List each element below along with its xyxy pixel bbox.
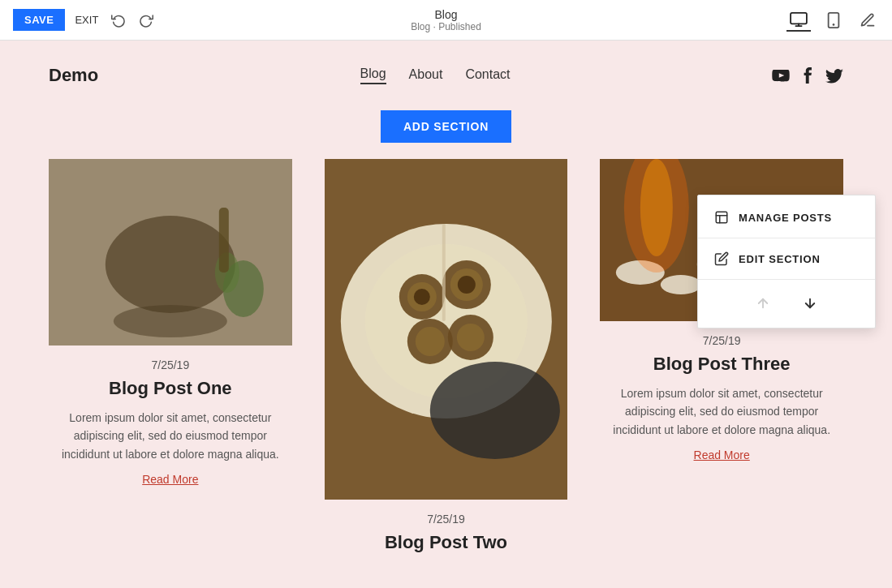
edit-section-label: EDIT SECTION <box>739 253 821 265</box>
save-button[interactable]: SAVE <box>13 9 65 31</box>
post-1-read-more[interactable]: Read More <box>142 473 198 486</box>
page-content: Demo Blog About Contact <box>0 41 892 588</box>
toolbar-right <box>786 9 879 32</box>
edit-section-icon <box>714 251 729 266</box>
manage-posts-label: MANAGE POSTS <box>739 212 832 224</box>
add-section-button[interactable]: ADD SECTION <box>381 110 511 143</box>
svg-point-36 <box>661 275 701 294</box>
manage-posts-item[interactable]: MANAGE POSTS <box>698 200 875 234</box>
nav-contact[interactable]: Contact <box>465 67 510 84</box>
post-3-date: 7/25/19 <box>703 334 741 347</box>
svg-point-24 <box>456 324 484 351</box>
svg-point-25 <box>429 362 559 459</box>
svg-rect-11 <box>219 208 229 273</box>
tablet-view-button[interactable] <box>824 9 843 32</box>
post-1-image <box>49 159 292 346</box>
post-2-date: 7/25/19 <box>427 513 465 526</box>
edit-section-item[interactable]: EDIT SECTION <box>698 242 875 276</box>
page-title: Blog <box>411 8 481 21</box>
move-up-button[interactable] <box>749 291 777 315</box>
toolbar-left: SAVE EXIT <box>13 9 157 31</box>
undo-redo-group <box>108 10 157 31</box>
post-1-excerpt: Lorem ipsum dolor sit amet, consectetur … <box>49 409 292 463</box>
facebook-icon[interactable] <box>803 67 812 84</box>
redo-button[interactable] <box>136 10 157 31</box>
context-menu: MANAGE POSTS EDIT SECTION <box>697 195 876 328</box>
site-logo: Demo <box>49 65 98 86</box>
post-3-title: Blog Post Three <box>653 354 791 375</box>
svg-point-10 <box>114 305 227 337</box>
svg-rect-26 <box>442 224 445 321</box>
reorder-arrows <box>698 283 875 323</box>
menu-divider-1 <box>698 238 875 238</box>
post-2-title: Blog Post Two <box>385 532 507 553</box>
site-social <box>772 67 843 84</box>
svg-rect-40 <box>716 212 727 223</box>
site-header: Demo Blog About Contact <box>0 41 892 102</box>
twitter-icon[interactable] <box>825 67 843 84</box>
blog-post-1: 7/25/19 Blog Post One Lorem ipsum dolor … <box>32 159 308 587</box>
toolbar-center: Blog Blog · Published <box>411 8 481 32</box>
youtube-icon[interactable] <box>772 67 790 84</box>
page-subtitle: Blog · Published <box>411 21 481 32</box>
toolbar: SAVE EXIT Blog Blog · Published <box>0 0 892 41</box>
desktop-view-button[interactable] <box>786 9 811 32</box>
svg-point-6 <box>106 216 235 313</box>
svg-point-22 <box>415 327 444 356</box>
exit-button[interactable]: EXIT <box>75 14 98 26</box>
post-1-title: Blog Post One <box>109 378 232 399</box>
post-2-image <box>325 159 568 500</box>
move-down-button[interactable] <box>796 291 824 315</box>
nav-blog[interactable]: Blog <box>360 67 386 84</box>
svg-rect-0 <box>791 12 807 24</box>
menu-divider-2 <box>698 279 875 280</box>
nav-about[interactable]: About <box>409 67 443 84</box>
svg-point-39 <box>640 159 673 256</box>
post-3-excerpt: Lorem ipsum dolor sit amet, consectetur … <box>600 384 843 439</box>
manage-posts-icon <box>714 210 729 225</box>
undo-button[interactable] <box>108 10 129 31</box>
site-nav: Blog About Contact <box>360 67 511 84</box>
svg-point-20 <box>457 276 475 294</box>
add-section-container: ADD SECTION <box>0 102 892 159</box>
svg-point-17 <box>413 289 429 305</box>
edit-mode-button[interactable] <box>856 9 879 32</box>
post-3-read-more[interactable]: Read More <box>694 449 750 461</box>
blog-post-2: 7/25/19 Blog Post Two <box>308 159 584 587</box>
post-1-date: 7/25/19 <box>151 358 189 371</box>
